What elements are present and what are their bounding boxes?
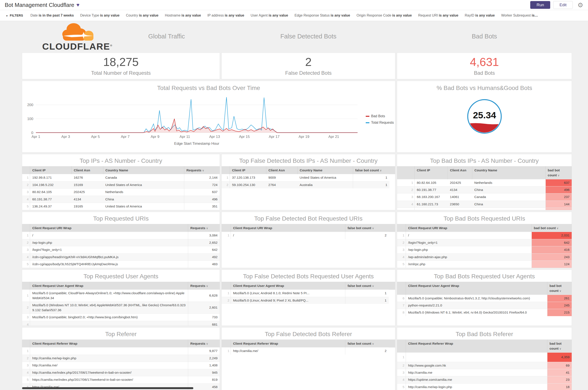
column-header[interactable]: bad bot count ∨ [547, 340, 572, 352]
filter-item[interactable]: IP address is any value [207, 13, 244, 17]
filter-item[interactable]: User Agent is any value [251, 13, 288, 17]
column-header[interactable]: Country Name [472, 166, 545, 179]
column-header[interactable]: Client IP [230, 166, 266, 174]
column-header[interactable]: Client Request Referer Wrap [30, 340, 188, 347]
tile-false-bot-ips: Top False Detected Bots IPs - AS Number … [222, 154, 395, 210]
horizontal-scrollbar[interactable] [22, 387, 193, 389]
column-header[interactable]: Country Name [297, 166, 353, 174]
sort-chevron-icon[interactable]: ∨ [201, 169, 204, 172]
cell: 80.82.64.105 [30, 189, 72, 196]
column-header[interactable]: Client Asn [72, 166, 103, 174]
cell: /wp-login.php [406, 246, 532, 253]
column-header[interactable]: false bot count ∨ [345, 282, 389, 290]
cell: 60.191.38.77 [414, 186, 447, 193]
column-header[interactable]: Client Request URI Wrap [30, 224, 188, 232]
column-header[interactable]: Client Asn [448, 166, 472, 179]
column-header[interactable]: Client IP [30, 166, 72, 174]
column-header[interactable] [389, 282, 395, 290]
column-header[interactable]: Client Request User Agent Wrap [30, 282, 188, 290]
gear-icon[interactable]: ⚙ [578, 1, 583, 9]
filter-item[interactable]: Hostname is any value [165, 13, 201, 17]
column-header[interactable]: bad bot count ∨ [545, 166, 572, 179]
sort-chevron-icon[interactable]: ∨ [205, 284, 208, 288]
table-row: 2http://www.google.com.hk69 [397, 362, 572, 369]
cell [389, 290, 395, 297]
svg-text:Apr 21: Apr 21 [328, 135, 339, 139]
column-header[interactable]: Requests ∨ [188, 282, 220, 290]
cell: 496 [184, 196, 220, 203]
column-header[interactable]: Client Request User Agent Wrap [231, 282, 345, 290]
chart-total-vs-bad-bots: Total Requests vs Bad Bots Over Time 010… [22, 81, 395, 152]
table-row: 137.120.138.1739009United States of Amer… [222, 174, 395, 181]
stat-total-requests: 18,275 Total Number of Requests [22, 53, 220, 79]
column-header[interactable]: Requests ∨ [184, 166, 220, 174]
table-row: 8Mozilla/5.0 (Windows NT 6.1; Win64; x64… [397, 309, 572, 316]
filters-caret-icon[interactable]: ▸ [6, 14, 8, 17]
run-button[interactable]: Run [530, 1, 550, 9]
column-header[interactable] [389, 166, 395, 174]
tile-title: Top Referer [22, 328, 220, 340]
cell: https://uptime.com/camilia.me [406, 376, 547, 383]
filter-item[interactable]: Worker Subrequest is… [501, 13, 538, 17]
column-header[interactable]: Country Name [103, 166, 184, 174]
column-header[interactable]: false bot count ∨ [345, 224, 389, 232]
filter-item[interactable]: Date is in the past 7 weeks [31, 13, 74, 17]
row-number: 1 [22, 174, 30, 181]
filter-items: Date is in the past 7 weeksDevice Type i… [31, 13, 544, 17]
filter-item[interactable]: Country is any value [126, 13, 158, 17]
column-header[interactable]: Client Request Referer Wrap [231, 340, 345, 347]
sort-chevron-icon[interactable]: ∨ [371, 342, 374, 345]
sort-chevron-icon[interactable]: ∨ [205, 342, 208, 345]
svg-text:0: 0 [31, 131, 33, 135]
cell: 23650 [448, 200, 472, 208]
column-header[interactable]: Client Request User Agent Wrap [406, 282, 547, 295]
cell: United States of America [103, 181, 184, 188]
edit-button[interactable]: Edit [553, 1, 573, 9]
sort-chevron-icon[interactable]: ∨ [557, 174, 560, 177]
column-header[interactable] [389, 224, 395, 232]
filter-item[interactable]: Edge Response Status is any value [294, 13, 350, 17]
heart-icon: ♥ [76, 2, 79, 8]
filter-item[interactable]: Origin Response Code is any value [356, 13, 412, 17]
cell: United States of America [103, 203, 184, 210]
legend-item[interactable]: Bad Bots [366, 114, 394, 118]
column-header[interactable]: false bot count ∨ [345, 340, 389, 347]
sort-chevron-icon[interactable]: ∨ [559, 347, 561, 350]
table-row: 3/wp-login.php416 [397, 246, 572, 253]
svg-text:Edge Start Timestamp Hour: Edge Start Timestamp Hour [174, 142, 219, 146]
column-header[interactable] [389, 340, 395, 347]
column-header[interactable]: Client Request URI Wrap [231, 224, 345, 232]
cell: 681 [188, 321, 220, 326]
line-chart[interactable]: 0100200Apr 1Apr 3Apr 5Apr 7Apr 9Apr 11Ap… [22, 93, 361, 146]
table-row: 260.191.38.774134China496 [397, 186, 572, 193]
column-header[interactable]: bad bot count ∨ [547, 282, 572, 295]
cell [406, 352, 547, 362]
legend-label: Total Requests [371, 121, 394, 125]
legend-item[interactable]: Total Requests [366, 121, 394, 125]
column-header[interactable]: Requests ∨ [188, 224, 220, 232]
filter-item[interactable]: Device Type is any value [80, 13, 120, 17]
column-header[interactable]: Client Asn [266, 166, 297, 174]
column-header[interactable]: Requests ∨ [188, 340, 220, 347]
tile-top-ips: Top IPs - AS Number - Country Client IPC… [22, 154, 220, 210]
cell: China [472, 200, 545, 208]
tile-title: Top Bad Bots Requested User Agents [397, 270, 572, 282]
column-header[interactable]: false bot count ∨ [353, 166, 390, 174]
filters-label[interactable]: FILTERS [10, 14, 23, 17]
cell: 261 [547, 295, 572, 302]
column-header[interactable]: Client Request URI Wrap [406, 224, 532, 232]
sort-chevron-icon[interactable]: ∨ [559, 289, 561, 292]
filter-item[interactable]: Request URI is any value [418, 13, 458, 17]
sort-chevron-icon[interactable]: ∨ [379, 169, 382, 172]
sort-chevron-icon[interactable]: ∨ [371, 284, 374, 288]
column-header[interactable]: Client Request Referer Wrap [406, 340, 547, 352]
row-number: 5 [22, 261, 30, 268]
sort-chevron-icon[interactable]: ∨ [556, 227, 559, 230]
stat-bad-bots: 4,631 Bad Bots [397, 53, 572, 79]
sort-chevron-icon[interactable]: ∨ [371, 227, 374, 230]
filter-item[interactable]: RayID is any value [465, 13, 495, 17]
sort-chevron-icon[interactable]: ∨ [205, 227, 208, 230]
column-header[interactable]: Client IP [414, 166, 447, 179]
column-header[interactable]: bad bot count ∨ [532, 224, 572, 232]
row-number: 4 [22, 196, 30, 203]
